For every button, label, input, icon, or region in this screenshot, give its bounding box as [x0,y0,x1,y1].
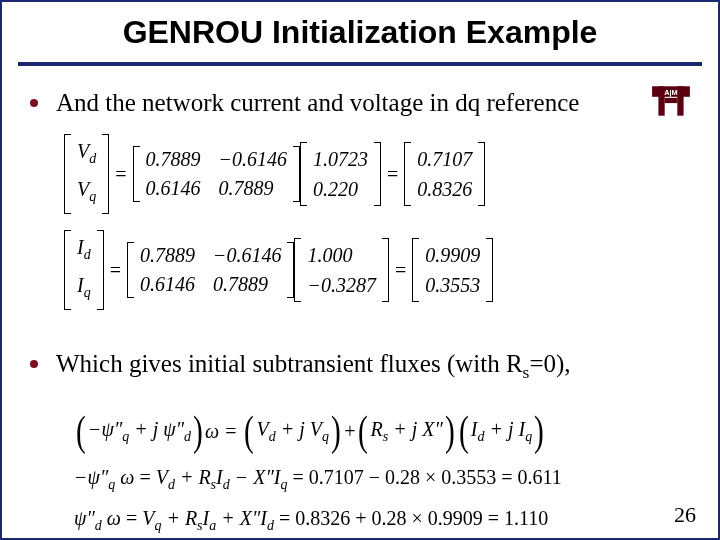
equation-current-dq: Id Iq = 0.7889−0.6146 0.61460.7889 1.000… [64,230,690,310]
equation-psi-d: ψ″d ω = Vq + RsIa + X″Id = 0.8326 + 0.28… [74,507,690,534]
equation-flux-complex: ( −ψ″q + j ψ″d ) ω = ( Vd + j Vq ) + ( R… [74,410,690,452]
bullet-dot-icon [30,99,38,107]
bullet-2-text: Which gives initial subtransient fluxes … [56,348,571,384]
bullet-1: And the network current and voltage in d… [30,87,690,118]
page-number: 26 [674,502,696,528]
equation-voltage-dq: Vd Vq = 0.7889−0.6146 0.61460.7889 1.072… [64,134,690,214]
bullet-2: Which gives initial subtransient fluxes … [30,348,690,384]
bullet-dot-icon [30,360,38,368]
slide-title: GENROU Initialization Example [2,14,718,51]
slide-body: And the network current and voltage in d… [30,87,690,534]
title-rule [18,62,702,66]
slide: GENROU Initialization Example A|M And th… [0,0,720,540]
equation-psi-q: −ψ″q ω = Vd + RsId − X″Iq = 0.7107 − 0.2… [74,466,690,493]
bullet-1-text: And the network current and voltage in d… [56,87,579,118]
